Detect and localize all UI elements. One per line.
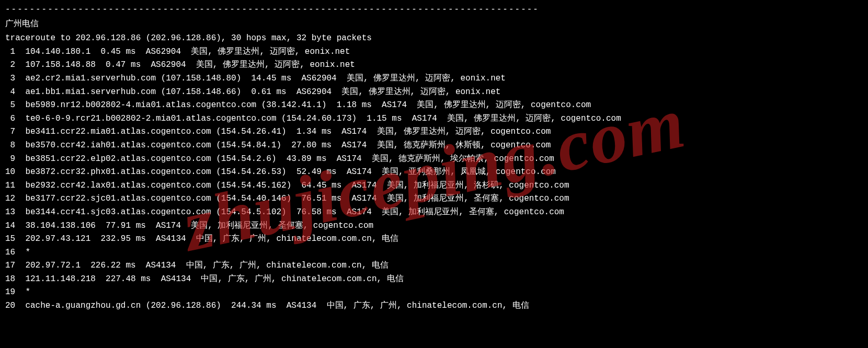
hop-row: 4 ae1.bb1.mia1.serverhub.com (107.158.14… bbox=[5, 86, 863, 99]
hop-row: 16 * bbox=[5, 246, 863, 260]
hop-row: 10 be3872.ccr32.phx01.atlas.cogentco.com… bbox=[5, 166, 863, 179]
hop-row: 19 * bbox=[5, 286, 863, 299]
hop-row: 14 38.104.138.106 77.91 ms AS174 美国, 加利福… bbox=[5, 219, 863, 233]
divider-line: ----------------------------------------… bbox=[5, 3, 863, 17]
hop-row: 6 te0-6-0-9.rcr21.b002802-2.mia01.atlas.… bbox=[5, 112, 863, 126]
hop-row: 7 be3411.ccr22.mia01.atlas.cogentco.com … bbox=[5, 125, 863, 139]
hop-row: 9 be3851.ccr22.elp02.atlas.cogentco.com … bbox=[5, 153, 863, 166]
hop-row: 8 be3570.ccr42.iah01.atlas.cogentco.com … bbox=[5, 139, 863, 153]
hop-row: 1 104.140.180.1 0.45 ms AS62904 美国, 佛罗里达… bbox=[5, 45, 863, 59]
trace-header: traceroute to 202.96.128.86 (202.96.128.… bbox=[5, 32, 863, 45]
hop-row: 11 be2932.ccr42.lax01.atlas.cogentco.com… bbox=[5, 179, 863, 193]
hop-row: 3 ae2.cr2.mia1.serverhub.com (107.158.14… bbox=[5, 72, 863, 86]
hop-row: 12 be3177.ccr22.sjc01.atlas.cogentco.com… bbox=[5, 192, 863, 206]
trace-title: 广州电信 bbox=[5, 18, 863, 31]
hop-row: 17 202.97.72.1 226.22 ms AS4134 中国, 广东, … bbox=[5, 259, 863, 273]
hop-row: 13 be3144.ccr41.sjc03.atlas.cogentco.com… bbox=[5, 206, 863, 219]
hop-row: 2 107.158.148.88 0.47 ms AS62904 美国, 佛罗里… bbox=[5, 59, 863, 72]
hop-list: 1 104.140.180.1 0.45 ms AS62904 美国, 佛罗里达… bbox=[5, 45, 863, 313]
hop-row: 18 121.11.148.218 227.48 ms AS4134 中国, 广… bbox=[5, 273, 863, 286]
hop-row: 15 202.97.43.121 232.95 ms AS4134 中国, 广东… bbox=[5, 233, 863, 246]
hop-row: 5 be5989.nr12.b002802-4.mia01.atlas.coge… bbox=[5, 99, 863, 112]
hop-row: 20 cache-a.guangzhou.gd.cn (202.96.128.8… bbox=[5, 299, 863, 313]
